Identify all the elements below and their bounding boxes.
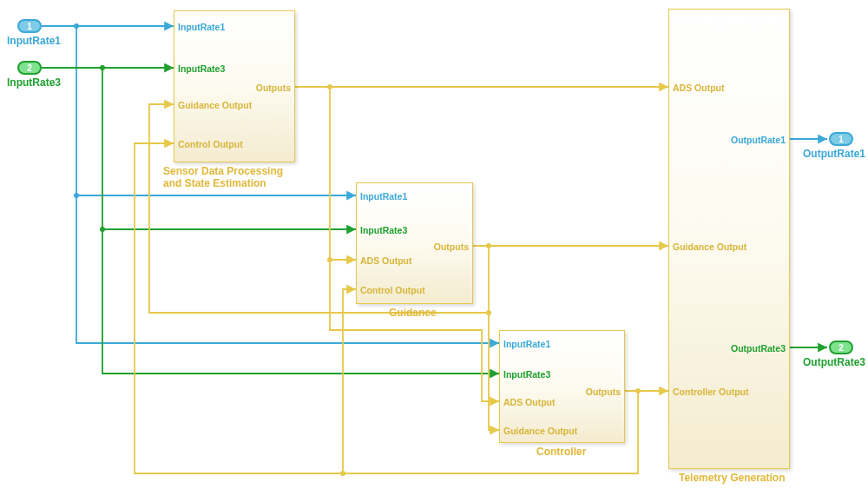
port-in: ADS Output xyxy=(360,255,412,266)
port-in: ADS Output xyxy=(503,397,556,407)
svg-point-3 xyxy=(100,227,105,232)
svg-point-1 xyxy=(74,193,79,198)
port-in: ADS Output xyxy=(673,83,725,93)
port-out: Outputs xyxy=(586,387,621,397)
block-sensor[interactable]: InputRate1 InputRate3 Guidance Output Co… xyxy=(174,10,295,162)
svg-point-7 xyxy=(486,310,491,315)
port-in: InputRate1 xyxy=(178,22,225,32)
svg-point-5 xyxy=(327,257,332,262)
inport-num: 2 xyxy=(27,63,32,73)
block-guidance[interactable]: InputRate1 InputRate3 ADS Output Control… xyxy=(356,182,473,304)
outport-2[interactable]: 2 xyxy=(829,341,853,354)
port-in: InputRate3 xyxy=(360,225,407,235)
port-in: InputRate1 xyxy=(503,339,550,349)
block-telemetry-title: Telemetry Generation xyxy=(679,472,785,484)
outport-1[interactable]: 1 xyxy=(829,132,853,146)
port-in: Guidance Output xyxy=(673,241,746,252)
outport-num: 2 xyxy=(838,343,844,353)
svg-point-4 xyxy=(327,84,332,89)
inport-2[interactable]: 2 xyxy=(17,61,42,75)
outport-1-label: OutputRate1 xyxy=(803,148,865,160)
svg-point-8 xyxy=(635,388,641,393)
port-in: Control Output xyxy=(178,139,243,149)
port-out: OutputRate1 xyxy=(731,135,786,145)
svg-point-6 xyxy=(486,243,491,248)
port-in: Control Output xyxy=(360,285,425,295)
port-in: InputRate3 xyxy=(178,63,225,74)
inport-num: 1 xyxy=(27,22,32,31)
port-in: Controller Output xyxy=(673,387,749,397)
port-out: Outputs xyxy=(434,241,469,252)
block-telemetry[interactable]: ADS Output Guidance Output Controller Ou… xyxy=(668,9,790,469)
block-controller[interactable]: InputRate1 InputRate3 ADS Output Guidanc… xyxy=(499,330,625,443)
port-out: OutputRate3 xyxy=(731,343,786,354)
svg-point-0 xyxy=(74,23,79,29)
block-guidance-title: Guidance xyxy=(389,307,437,319)
port-out: Outputs xyxy=(256,83,291,93)
block-controller-title: Controller xyxy=(536,446,586,458)
outport-2-label: OutputRate3 xyxy=(803,356,865,368)
svg-point-2 xyxy=(100,65,105,70)
port-in: InputRate3 xyxy=(503,369,550,380)
outport-num: 1 xyxy=(838,135,844,144)
svg-point-9 xyxy=(340,471,345,476)
port-in: Guidance Output xyxy=(503,426,577,436)
port-in: InputRate1 xyxy=(360,191,407,202)
port-in: Guidance Output xyxy=(178,100,252,110)
inport-1-label: InputRate1 xyxy=(7,35,61,47)
inport-1[interactable]: 1 xyxy=(17,19,42,33)
inport-2-label: InputRate3 xyxy=(7,76,61,89)
block-sensor-title: Sensor Data Processing and State Estimat… xyxy=(163,165,283,190)
